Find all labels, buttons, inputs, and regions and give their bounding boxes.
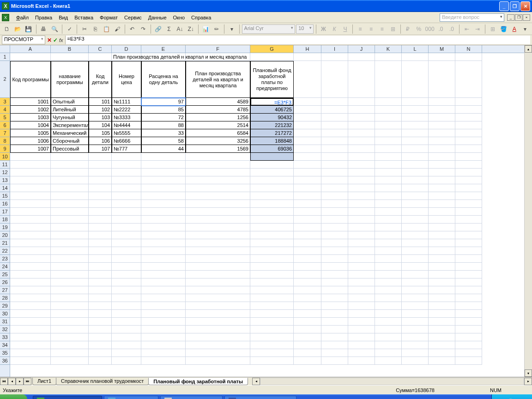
row-header-34[interactable]: 34 <box>0 341 10 349</box>
cell-B15[interactable] <box>51 192 89 200</box>
enter-icon[interactable]: ✓ <box>53 37 58 43</box>
cell-C20[interactable] <box>89 231 112 239</box>
cell-D8[interactable]: №6666 <box>112 137 141 145</box>
cell-D23[interactable] <box>112 255 141 263</box>
cell-M31[interactable] <box>429 318 455 326</box>
cell-I26[interactable] <box>321 278 348 286</box>
cell-G28[interactable] <box>250 294 294 302</box>
cell-G26[interactable] <box>250 278 294 286</box>
cell-L31[interactable] <box>402 318 429 326</box>
cell-L3[interactable] <box>402 98 429 106</box>
cell-I18[interactable] <box>321 216 348 224</box>
cell-M25[interactable] <box>429 271 455 278</box>
cell-K29[interactable] <box>375 302 402 310</box>
cell-D10[interactable] <box>112 153 141 161</box>
cell-F21[interactable] <box>186 239 250 247</box>
cell-B31[interactable] <box>51 318 89 326</box>
sheet-tab-3[interactable]: Плановый фонд заработной платы <box>148 378 248 385</box>
cell-E32[interactable] <box>141 326 186 333</box>
fill-color-button[interactable]: 🪣 <box>498 24 508 34</box>
cell-D24[interactable] <box>112 263 141 271</box>
cell-F33[interactable] <box>186 333 250 341</box>
cell-J27[interactable] <box>348 286 375 294</box>
column-header-L[interactable]: L <box>402 45 429 53</box>
cell-C25[interactable] <box>89 271 112 278</box>
cell-K27[interactable] <box>375 286 402 294</box>
mdi-minimize-button[interactable]: _ <box>507 14 514 21</box>
cell-M34[interactable] <box>429 341 455 349</box>
cell-C22[interactable] <box>89 247 112 255</box>
row-header-19[interactable]: 19 <box>0 224 10 231</box>
cell-A10[interactable] <box>10 153 51 161</box>
cell-N12[interactable] <box>455 169 482 176</box>
cell-B1[interactable] <box>51 53 89 61</box>
cell-M6[interactable] <box>429 121 455 129</box>
cell-D11[interactable] <box>112 161 141 169</box>
cell-C1[interactable] <box>89 53 112 61</box>
cell-D33[interactable] <box>112 333 141 341</box>
tab-first-button[interactable]: ⏮ <box>0 378 8 385</box>
redo-button[interactable]: ↷ <box>138 24 148 34</box>
cell-J12[interactable] <box>348 169 375 176</box>
cell-B19[interactable] <box>51 224 89 231</box>
toolbar-options2-button[interactable]: ▾ <box>520 24 531 34</box>
cell-E26[interactable] <box>141 278 186 286</box>
cell-H5[interactable] <box>294 114 321 121</box>
cell-M12[interactable] <box>429 169 455 176</box>
cell-B17[interactable] <box>51 208 89 216</box>
cell-J34[interactable] <box>348 341 375 349</box>
cell-H12[interactable] <box>294 169 321 176</box>
cell-G11[interactable] <box>250 161 294 169</box>
cell-F12[interactable] <box>186 169 250 176</box>
cell-F9[interactable]: 1569 <box>186 145 250 153</box>
cell-D2[interactable]: Номер цеха <box>112 61 141 98</box>
cell-M5[interactable] <box>429 114 455 121</box>
cell-H19[interactable] <box>294 224 321 231</box>
cell-D20[interactable] <box>112 231 141 239</box>
cell-C19[interactable] <box>89 224 112 231</box>
cell-N31[interactable] <box>455 318 482 326</box>
drawing-button[interactable]: ✏ <box>212 24 222 34</box>
cell-J21[interactable] <box>348 239 375 247</box>
select-all-corner[interactable] <box>0 45 10 53</box>
cell-L11[interactable] <box>402 161 429 169</box>
cell-E1[interactable] <box>141 53 186 61</box>
cell-F8[interactable]: 3256 <box>186 137 250 145</box>
cell-I24[interactable] <box>321 263 348 271</box>
cell-L24[interactable] <box>402 263 429 271</box>
cell-K33[interactable] <box>375 333 402 341</box>
cell-L13[interactable] <box>402 176 429 184</box>
cell-I13[interactable] <box>321 176 348 184</box>
taskbar-item-drive[interactable]: Съемный диск (G:) <box>160 396 223 399</box>
cell-B12[interactable] <box>51 169 89 176</box>
menu-help[interactable]: Справка <box>188 13 214 22</box>
format-painter-button[interactable]: 🖌 <box>112 24 122 34</box>
cell-D22[interactable] <box>112 247 141 255</box>
column-header-I[interactable]: I <box>321 45 348 53</box>
align-right-button[interactable]: ≡ <box>377 24 387 34</box>
cell-E2[interactable]: Расценка на одну деталь <box>141 61 186 98</box>
font-name-select[interactable]: Arial Cyr <box>242 24 296 34</box>
mdi-restore-button[interactable]: ❐ <box>515 14 522 21</box>
cell-L8[interactable] <box>402 137 429 145</box>
cell-D32[interactable] <box>112 326 141 333</box>
column-header-E[interactable]: E <box>141 45 186 53</box>
cell-N33[interactable] <box>455 333 482 341</box>
cell-A5[interactable]: 1003 <box>10 114 51 121</box>
cell-K15[interactable] <box>375 192 402 200</box>
cell-A18[interactable] <box>10 216 51 224</box>
cell-E6[interactable]: 88 <box>141 121 186 129</box>
cell-G4[interactable]: 406725 <box>250 106 294 114</box>
cell-E34[interactable] <box>141 341 186 349</box>
cell-L6[interactable] <box>402 121 429 129</box>
row-header-33[interactable]: 33 <box>0 333 10 341</box>
cell-F20[interactable] <box>186 231 250 239</box>
cell-H27[interactable] <box>294 286 321 294</box>
cell-J31[interactable] <box>348 318 375 326</box>
row-header-21[interactable]: 21 <box>0 239 10 247</box>
cell-J24[interactable] <box>348 263 375 271</box>
cell-G19[interactable] <box>250 224 294 231</box>
cell-K26[interactable] <box>375 278 402 286</box>
cell-I22[interactable] <box>321 247 348 255</box>
cell-M11[interactable] <box>429 161 455 169</box>
